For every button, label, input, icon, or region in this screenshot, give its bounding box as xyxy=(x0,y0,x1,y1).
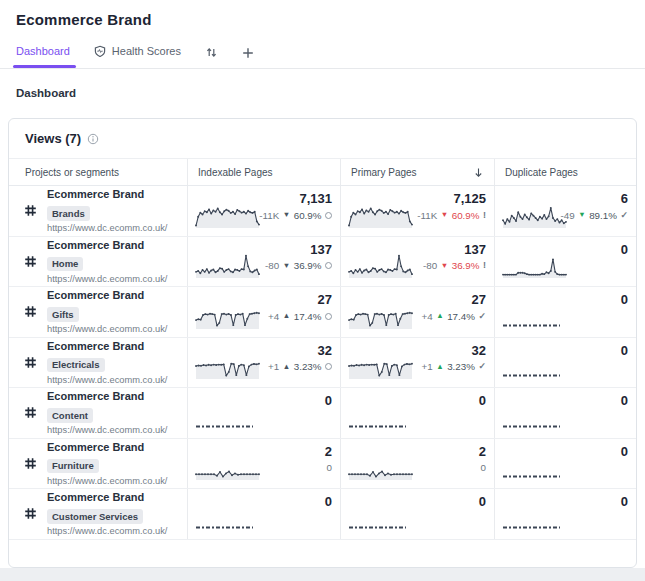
indexable-pages-cell: 32+1▲3.23% xyxy=(187,338,340,388)
delta-label: 0 xyxy=(481,462,486,473)
views-table-body: Ecommerce Brand Brands https://www.dc.ec… xyxy=(9,186,636,540)
duplicate-pages-cell: 0 xyxy=(494,287,636,337)
metric-value: 7,131 xyxy=(299,191,332,206)
primary-pages-cell: 27+4▲17.4%✓ xyxy=(340,287,494,337)
sparkline xyxy=(348,199,414,229)
sparkline xyxy=(348,502,414,532)
sparkline xyxy=(502,199,568,229)
sparkline xyxy=(195,350,261,380)
delta-label: 0 xyxy=(327,462,332,473)
views-title: Views (7) xyxy=(25,131,81,146)
metric-value: 137 xyxy=(464,242,486,257)
metric-value: 0 xyxy=(621,292,628,307)
project-cell: Ecommerce Brand Furniture https://www.dc… xyxy=(9,439,187,489)
info-icon[interactable] xyxy=(87,133,99,145)
status-circle-icon xyxy=(325,262,332,269)
metric-change: -80▼36.9%! xyxy=(423,260,486,271)
column-header-duplicate-pages[interactable]: Duplicate Pages xyxy=(494,159,636,185)
project-name: Ecommerce Brand xyxy=(47,188,167,200)
sparkline xyxy=(502,451,568,481)
duplicate-pages-cell: 6-49▼89.1%✓ xyxy=(494,186,636,236)
metric-value: 7,125 xyxy=(453,191,486,206)
metric-change: +4▲17.4%✓ xyxy=(422,311,486,322)
project-cell: Ecommerce Brand Home https://www.dc.ecom… xyxy=(9,237,187,287)
percent-label: 60.9% xyxy=(294,210,322,221)
table-row-brands[interactable]: Ecommerce Brand Brands https://www.dc.ec… xyxy=(9,186,636,237)
status-warning-icon: ! xyxy=(483,261,486,270)
percent-label: 3.23% xyxy=(294,361,322,372)
tab-health-scores[interactable]: Health Scores xyxy=(94,43,181,68)
trend-arrow-icon: ▲ xyxy=(283,312,290,320)
reorder-tabs-button[interactable] xyxy=(205,46,218,68)
table-row-content[interactable]: Ecommerce Brand Content https://www.dc.e… xyxy=(9,388,636,439)
status-circle-icon xyxy=(325,212,332,219)
metric-value: 0 xyxy=(479,393,486,408)
segment-hash-icon xyxy=(23,304,38,319)
trend-arrow-icon: ▼ xyxy=(441,211,448,219)
project-info: Ecommerce Brand Electricals https://www.… xyxy=(47,340,167,385)
sparkline xyxy=(348,451,414,481)
project-name: Ecommerce Brand xyxy=(47,390,167,402)
duplicate-pages-cell: 0 xyxy=(494,489,636,539)
tab-health-scores-label: Health Scores xyxy=(112,45,181,57)
column-header-projects[interactable]: Projects or segments xyxy=(9,159,187,185)
app-header: Ecommerce Brand xyxy=(0,0,645,28)
views-card: Views (7) Projects or segments Indexable… xyxy=(8,118,637,568)
project-info: Ecommerce Brand Content https://www.dc.e… xyxy=(47,390,167,435)
table-row-customer-services[interactable]: Ecommerce Brand Customer Services https:… xyxy=(9,489,636,540)
tab-dashboard-label: Dashboard xyxy=(16,45,70,57)
add-tab-button[interactable] xyxy=(242,47,254,68)
project-url: https://www.dc.ecomm.co.uk/ xyxy=(47,425,167,435)
metric-value: 2 xyxy=(325,444,332,459)
sparkline xyxy=(348,401,414,431)
sparkline xyxy=(348,300,414,330)
table-row-furniture[interactable]: Ecommerce Brand Furniture https://www.dc… xyxy=(9,439,636,490)
indexable-pages-cell: 20 xyxy=(187,439,340,489)
metric-value: 32 xyxy=(472,343,486,358)
trend-arrow-icon: ▲ xyxy=(436,363,443,371)
percent-label: 60.9% xyxy=(452,210,480,221)
status-warning-icon: ! xyxy=(483,211,486,220)
sparkline xyxy=(195,451,261,481)
sparkline xyxy=(502,401,568,431)
project-url: https://www.dc.ecomm.co.uk/ xyxy=(47,526,167,536)
duplicate-pages-cell: 0 xyxy=(494,388,636,438)
column-header-indexable-pages[interactable]: Indexable Pages xyxy=(187,159,340,185)
column-header-primary-pages[interactable]: Primary Pages xyxy=(340,159,494,185)
primary-pages-cell: 0 xyxy=(340,489,494,539)
metric-change: +4▲17.4% xyxy=(268,311,332,322)
segment-badge: Customer Services xyxy=(47,509,143,524)
trend-arrow-icon: ▼ xyxy=(578,211,585,219)
sparkline xyxy=(195,249,261,279)
status-circle-icon xyxy=(325,313,332,320)
metric-change: -80▼36.9% xyxy=(265,260,332,271)
sparkline xyxy=(348,249,414,279)
sparkline xyxy=(195,401,261,431)
delta-label: +1 xyxy=(422,361,433,372)
metric-value: 32 xyxy=(318,343,332,358)
metric-value: 2 xyxy=(479,444,486,459)
status-check-icon: ✓ xyxy=(620,211,628,220)
project-info: Ecommerce Brand Brands https://www.dc.ec… xyxy=(47,188,167,233)
table-row-home[interactable]: Ecommerce Brand Home https://www.dc.ecom… xyxy=(9,237,636,288)
project-url: https://www.dc.ecomm.co.uk/ xyxy=(47,223,167,233)
project-info: Ecommerce Brand Home https://www.dc.ecom… xyxy=(47,239,167,284)
indexable-pages-cell: 0 xyxy=(187,388,340,438)
metric-value: 27 xyxy=(318,292,332,307)
page-title: Ecommerce Brand xyxy=(16,11,629,28)
metric-change: +1▲3.23% xyxy=(268,361,332,372)
segment-badge: Content xyxy=(47,408,93,423)
project-info: Ecommerce Brand Customer Services https:… xyxy=(47,491,167,536)
delta-label: +4 xyxy=(268,311,279,322)
percent-label: 36.9% xyxy=(452,260,480,271)
table-row-gifts[interactable]: Ecommerce Brand Gifts https://www.dc.eco… xyxy=(9,287,636,338)
sparkline xyxy=(502,300,568,330)
segment-badge: Electricals xyxy=(47,358,105,373)
shield-icon xyxy=(94,45,106,57)
segment-hash-icon xyxy=(23,456,38,471)
tab-dashboard[interactable]: Dashboard xyxy=(16,43,70,68)
sparkline xyxy=(195,199,261,229)
tab-bar: Dashboard Health Scores xyxy=(0,43,645,69)
trend-arrow-icon: ▼ xyxy=(283,211,290,219)
table-row-electricals[interactable]: Ecommerce Brand Electricals https://www.… xyxy=(9,338,636,389)
